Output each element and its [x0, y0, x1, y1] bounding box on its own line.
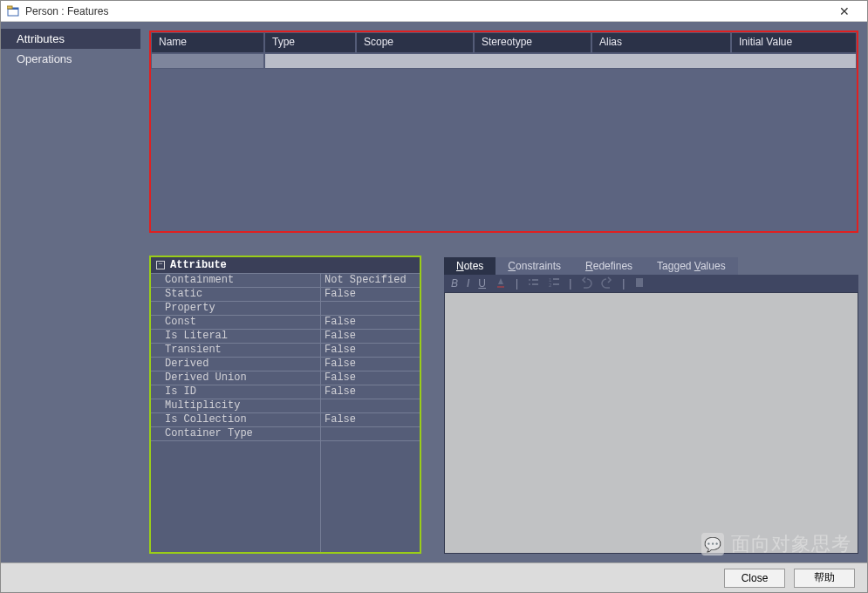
property-row[interactable]: Is IDFalse [151, 385, 420, 399]
attribute-grid[interactable]: Name Type Scope Stereotype Alias Initial… [149, 31, 858, 233]
property-key: Containment [151, 274, 321, 287]
col-alias[interactable]: Alias [591, 32, 731, 53]
dialog-window: Person : Features ✕ Attributes Operation… [0, 0, 868, 593]
window-title: Person : Features [25, 5, 827, 17]
property-row[interactable]: Is LiteralFalse [151, 329, 420, 343]
property-key: Transient [151, 344, 321, 357]
window-icon [6, 4, 20, 18]
property-key: Static [151, 288, 321, 301]
col-stereotype[interactable]: Stereotype [474, 32, 591, 53]
svg-rect-6 [532, 283, 538, 285]
col-name[interactable]: Name [151, 32, 264, 53]
paste-icon[interactable] [633, 276, 646, 291]
property-value[interactable]: False [321, 288, 420, 301]
list-bullets-icon[interactable] [527, 276, 539, 291]
color-icon[interactable] [495, 276, 507, 291]
property-key: Derived Union [151, 371, 321, 385]
redo-icon[interactable] [601, 276, 613, 291]
dialog-body: Attributes Operations Name Type Scope St… [1, 22, 867, 562]
property-value[interactable] [321, 427, 420, 440]
svg-point-5 [529, 283, 530, 285]
sidebar: Attributes Operations [1, 22, 140, 562]
svg-rect-4 [532, 279, 538, 281]
tab-row: NotesConstraintsRedefinesTagged Values [444, 256, 858, 275]
property-row[interactable]: Multiplicity [151, 399, 420, 412]
italic-icon[interactable]: I [467, 277, 469, 290]
property-key: Is Literal [151, 330, 321, 343]
property-row[interactable]: Container Type [151, 426, 420, 440]
property-row[interactable]: Derived UnionFalse [151, 371, 420, 385]
tab-redefines[interactable]: Redefines [573, 257, 645, 275]
col-scope[interactable]: Scope [356, 32, 474, 53]
list-numbers-icon[interactable]: 12 [548, 276, 560, 291]
property-panel-header[interactable]: − Attribute [151, 257, 420, 273]
property-key: Container Type [151, 427, 321, 440]
property-panel-title: Attribute [170, 259, 227, 271]
bold-icon[interactable]: B [451, 277, 458, 290]
separator-icon: | [516, 277, 518, 290]
property-row[interactable]: ConstFalse [151, 315, 420, 329]
col-initial-value[interactable]: Initial Value [731, 32, 857, 53]
tab-constraints[interactable]: Constraints [496, 257, 573, 275]
property-key: Derived [151, 358, 321, 371]
property-key: Const [151, 316, 321, 329]
grid-new-name-cell[interactable] [151, 53, 264, 69]
property-value[interactable]: False [321, 385, 420, 399]
tab-tagged-values[interactable]: Tagged Values [645, 257, 738, 275]
property-value[interactable] [321, 302, 420, 315]
close-button[interactable]: ✕ [827, 4, 862, 18]
property-row[interactable]: DerivedFalse [151, 357, 420, 371]
property-key: Property [151, 302, 321, 315]
svg-point-3 [529, 279, 530, 281]
property-panel: − Attribute ContainmentNot SpecifiedStat… [149, 256, 421, 554]
property-row[interactable]: Property [151, 301, 420, 315]
svg-rect-8 [553, 278, 559, 280]
sidebar-item-operations[interactable]: Operations [1, 49, 140, 69]
property-value[interactable]: False [321, 358, 420, 371]
main-panel: Name Type Scope Stereotype Alias Initial… [140, 22, 867, 562]
property-row[interactable]: TransientFalse [151, 343, 420, 357]
property-value[interactable]: False [321, 344, 420, 357]
undo-icon[interactable] [580, 276, 592, 291]
notes-toolbar: B I U | 12 | | [444, 275, 858, 292]
close-dialog-button[interactable]: Close [724, 569, 785, 588]
col-type[interactable]: Type [264, 32, 356, 53]
notes-textarea[interactable] [444, 292, 858, 554]
property-key: Is Collection [151, 413, 321, 426]
titlebar: Person : Features ✕ [1, 1, 867, 22]
grid-new-row[interactable] [151, 53, 857, 69]
property-value[interactable]: False [321, 330, 420, 343]
property-row[interactable]: StaticFalse [151, 287, 420, 301]
property-value[interactable] [321, 399, 420, 412]
help-button[interactable]: 帮助 [794, 569, 855, 588]
separator-icon-3: | [622, 277, 625, 290]
svg-rect-10 [553, 283, 559, 285]
separator-icon-2: | [569, 277, 571, 290]
underline-icon[interactable]: U [478, 277, 486, 290]
grid-new-rest-cell[interactable] [264, 53, 857, 69]
svg-rect-11 [636, 278, 643, 287]
svg-rect-2 [7, 6, 12, 9]
property-key: Is ID [151, 385, 321, 399]
lower-panels: − Attribute ContainmentNot SpecifiedStat… [149, 256, 858, 562]
property-key: Multiplicity [151, 399, 321, 412]
grid-header-row: Name Type Scope Stereotype Alias Initial… [151, 32, 857, 53]
property-blank-area [151, 440, 420, 552]
property-row[interactable]: ContainmentNot Specified [151, 273, 420, 287]
tab-notes[interactable]: Notes [444, 257, 496, 275]
property-value[interactable]: False [321, 371, 420, 385]
property-row[interactable]: Is CollectionFalse [151, 412, 420, 426]
property-value[interactable]: Not Specified [321, 274, 420, 287]
notes-panel: NotesConstraintsRedefinesTagged Values B… [444, 256, 858, 554]
property-rows: ContainmentNot SpecifiedStaticFalsePrope… [151, 273, 420, 440]
collapse-icon[interactable]: − [156, 261, 165, 269]
sidebar-item-attributes[interactable]: Attributes [1, 29, 140, 49]
svg-text:2: 2 [549, 283, 552, 288]
dialog-footer: Close 帮助 [1, 562, 867, 592]
property-value[interactable]: False [321, 413, 420, 426]
property-value[interactable]: False [321, 316, 420, 329]
